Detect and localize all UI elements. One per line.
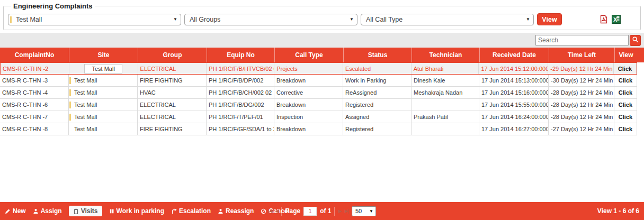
clipboard-icon — [73, 208, 79, 214]
page-of-label: of 1 — [320, 207, 331, 215]
table-row[interactable]: CMS-R C-THN -6 Test Mall ELECTRICAL PH 1… — [0, 99, 637, 111]
cell-group: ELECTRICAL — [138, 63, 207, 74]
column-header-complaintno[interactable]: ComplaintNo — [0, 48, 69, 62]
cell-received-date: 17 Jun 2014 16:24:00:000 — [479, 111, 549, 123]
cell-time-left: -28 Day(s) 12 Hr 24 Min — [549, 99, 614, 111]
grid-body: CMS-R C-THN -2 Test Mall ELECTRICAL PH 1… — [0, 62, 644, 202]
next-page-icon[interactable]: ▶ — [338, 208, 342, 214]
site-value-box[interactable]: Test Mall — [84, 64, 122, 74]
row-marker — [69, 102, 71, 108]
table-row[interactable]: CMS-R C-THN -2 Test Mall ELECTRICAL PH 1… — [0, 62, 637, 75]
cell-complaint-no: CMS-R C-THN -7 — [0, 111, 69, 123]
cell-group: ELECTRICAL — [138, 99, 207, 111]
column-header-site[interactable]: Site — [69, 48, 138, 62]
footer-toolbar: New Assign Visits Work in parking Escala… — [0, 202, 644, 220]
site-select-marker — [10, 16, 12, 23]
cell-status: Work in Parking — [343, 75, 412, 86]
column-header-group[interactable]: Group — [138, 48, 207, 62]
page-number-input[interactable] — [303, 207, 317, 216]
row-view-link[interactable]: Click — [614, 111, 637, 123]
cell-complaint-no: CMS-R C-THN -2 — [1, 63, 69, 74]
cell-call-type: Breakdown — [274, 75, 343, 86]
cell-technician: Prakash Patil — [412, 111, 479, 123]
work-in-parking-button[interactable]: Work in parking — [109, 207, 164, 215]
column-header-equip-no[interactable]: Equip No — [207, 48, 274, 62]
cell-technician: Atul Bharati — [412, 63, 479, 74]
cell-received-date: 17 Jun 2014 15:55:00:000 — [479, 99, 549, 111]
cell-site: Test Mall — [69, 123, 138, 135]
row-marker — [69, 77, 71, 84]
cell-equip-no: PH 1/RC/F/B/DP/002 — [207, 75, 274, 86]
cell-call-type: Projects — [274, 63, 343, 74]
column-header-time-left[interactable]: Time Left — [549, 48, 614, 62]
cell-call-type: Breakdown — [274, 123, 343, 135]
new-button[interactable]: New — [5, 207, 26, 215]
excel-export-icon[interactable]: X — [611, 14, 621, 24]
cell-complaint-no: CMS-R C-THN -8 — [0, 123, 69, 135]
row-view-link[interactable]: Click — [614, 99, 637, 111]
assign-button[interactable]: Assign — [33, 207, 62, 215]
reassign-button[interactable]: Reassign — [218, 207, 254, 215]
cancel-icon — [261, 208, 266, 214]
cell-received-date: 17 Jun 2014 15:12:00:000 — [479, 63, 548, 74]
search-input[interactable] — [535, 35, 629, 45]
column-header-view[interactable]: View — [614, 48, 637, 62]
cell-technician: Meshakraja Nadan — [412, 87, 479, 98]
chevron-down-icon: ▼ — [526, 17, 530, 22]
cell-group: ELECTRICAL — [138, 111, 207, 123]
cell-time-left: -29 Day(s) 12 Hr 24 Min — [548, 63, 614, 74]
row-view-link[interactable]: Click — [614, 75, 637, 86]
svg-text:X: X — [613, 16, 618, 23]
first-page-icon[interactable]: |◀ — [268, 208, 272, 214]
prev-page-icon[interactable]: ◀ — [275, 208, 279, 214]
group-select-value: All Groups — [190, 16, 220, 23]
pager-divider — [335, 207, 335, 216]
table-row[interactable]: CMS-R C-THN -7 Test Mall ELECTRICAL PH 1… — [0, 111, 637, 123]
cell-site: Test Mall — [69, 75, 138, 86]
last-page-icon[interactable]: ▶| — [344, 208, 348, 214]
grid-toolbar — [0, 33, 644, 48]
group-select[interactable]: All Groups ▼ — [184, 14, 357, 25]
row-view-link[interactable]: Click — [614, 87, 637, 98]
cell-group: FIRE FIGHTING — [138, 123, 207, 135]
cell-received-date: 17 Jun 2014 16:27:00:000 — [479, 123, 549, 135]
export-icons: X — [598, 14, 621, 24]
cell-status: Escalated — [343, 63, 412, 74]
column-header-technician[interactable]: Technician — [412, 48, 479, 62]
cell-equip-no: PH 1/RC/F/B/HTVCB/02 0 — [207, 63, 274, 74]
column-header-status[interactable]: Status — [343, 48, 412, 62]
call-type-select[interactable]: All Call Type ▼ — [361, 14, 534, 25]
footer-actions: New Assign Visits Work in parking Escala… — [0, 206, 290, 216]
pencil-icon — [5, 208, 11, 214]
table-row[interactable]: CMS-R C-THN -3 Test Mall FIRE FIGHTING P… — [0, 75, 637, 87]
row-view-link[interactable]: Click — [614, 123, 637, 135]
table-row[interactable]: CMS-R C-THN -4 Test Mall HVAC PH 1/RC/F/… — [0, 87, 637, 99]
record-range-label: View 1 - 6 of 6 — [597, 202, 639, 220]
cell-received-date: 17 Jun 2014 15:16:00:000 — [479, 87, 549, 98]
column-header-received-date[interactable]: Received Date — [479, 48, 549, 62]
page-size-select[interactable]: 50 ▼ — [352, 206, 376, 216]
cell-complaint-no: CMS-R C-THN -6 — [0, 99, 69, 111]
table-row[interactable]: CMS-R C-THN -8 Test Mall FIRE FIGHTING P… — [0, 123, 637, 135]
cell-received-date: 17 Jun 2014 15:13:00:000 — [479, 75, 549, 86]
row-view-link[interactable]: Click — [614, 63, 637, 74]
site-select-value: Test Mall — [16, 16, 42, 23]
cell-group: HVAC — [138, 87, 207, 98]
cell-status: ReAssigned — [343, 87, 412, 98]
escalation-button[interactable]: Escalation — [171, 207, 211, 215]
cell-technician — [412, 123, 479, 135]
call-type-select-value: All Call Type — [366, 16, 402, 23]
search-button[interactable] — [630, 35, 641, 46]
cell-time-left: -27 Day(s) 12 Hr 24 Min — [549, 123, 614, 135]
visits-button[interactable]: Visits — [69, 206, 102, 216]
cell-site: Test Mall — [69, 63, 138, 74]
cell-time-left: -28 Day(s) 12 Hr 24 Min — [549, 111, 614, 123]
person-icon — [33, 208, 39, 214]
column-header-call-type[interactable]: Call Type — [274, 48, 343, 62]
row-marker — [69, 89, 71, 96]
site-select[interactable]: Test Mall ▼ — [8, 14, 181, 25]
cell-complaint-no: CMS-R C-THN -4 — [0, 87, 69, 98]
person-icon — [218, 208, 223, 214]
pdf-export-icon[interactable] — [598, 14, 609, 24]
view-button[interactable]: View — [537, 13, 562, 25]
